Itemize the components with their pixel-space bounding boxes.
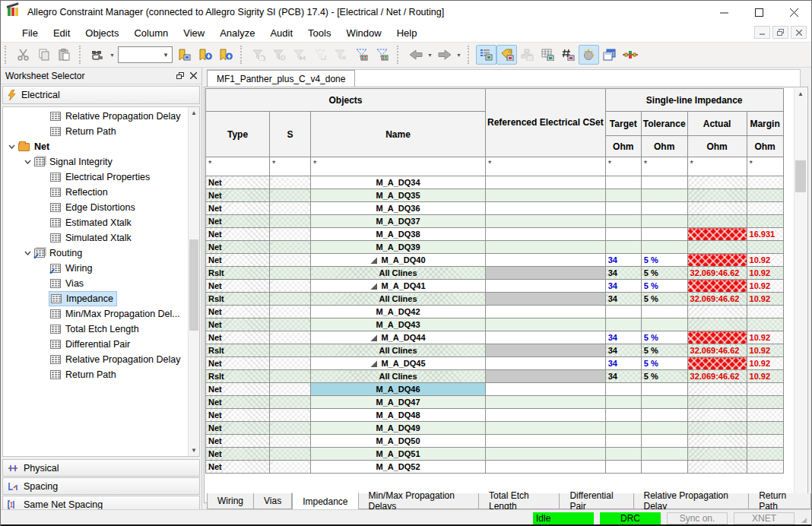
cell-name[interactable]: M_A_DQ37	[311, 215, 486, 228]
tree-item-electrical-properties[interactable]: Electrical Properties	[3, 170, 187, 185]
cell-actual[interactable]	[687, 396, 747, 409]
view-windows-button[interactable]	[599, 45, 620, 65]
cell-referenced-cset[interactable]	[486, 344, 606, 357]
nav-forward-button[interactable]	[434, 45, 455, 65]
cell-margin[interactable]	[747, 318, 783, 331]
cell-name[interactable]: M_A_DQ36	[311, 202, 486, 215]
filter-cell[interactable]: *	[486, 157, 606, 176]
toolbar-grip[interactable]	[240, 46, 244, 64]
cell-target[interactable]	[605, 318, 641, 331]
minimize-button[interactable]	[706, 1, 741, 24]
cell-target[interactable]	[605, 409, 641, 422]
cell-tolerance[interactable]	[641, 215, 687, 228]
cell-name[interactable]: M_A_DQ42	[311, 306, 486, 318]
cell-margin[interactable]: 10.92	[747, 344, 783, 357]
cell-target[interactable]: 34	[605, 370, 641, 383]
cell-actual[interactable]	[687, 306, 747, 318]
tab-wiring[interactable]: Wiring	[207, 493, 254, 509]
mdi-minimize-button[interactable]	[754, 26, 770, 39]
chevron-down-icon[interactable]: ▾	[160, 51, 172, 59]
find-button[interactable]	[87, 45, 108, 65]
filter-path-button[interactable]	[310, 45, 331, 65]
cell-actual[interactable]	[687, 280, 747, 293]
cell-target[interactable]	[605, 241, 641, 254]
cell-tolerance[interactable]	[641, 448, 687, 461]
tree-scrollbar-thumb[interactable]	[189, 239, 198, 331]
menu-analyze[interactable]: Analyze	[212, 25, 262, 41]
header-actual[interactable]: Actual	[687, 112, 747, 136]
filter-cell[interactable]: *	[687, 157, 747, 176]
menu-objects[interactable]: Objects	[78, 25, 126, 41]
cell-tolerance[interactable]	[641, 189, 687, 202]
cell-actual[interactable]: 32.069:46.62	[687, 344, 747, 357]
header-single-line-impedance[interactable]: Single-line Impedance	[605, 89, 783, 112]
tree-item-signal-integrity[interactable]: Signal Integrity	[3, 154, 187, 170]
cell-name[interactable]: M_A_DQ51	[311, 448, 486, 461]
filter-bowtie-button[interactable]	[290, 45, 310, 65]
cell-tolerance[interactable]	[641, 318, 687, 331]
cell-target[interactable]: 34	[605, 357, 641, 370]
cell-actual[interactable]	[687, 202, 747, 215]
cell-target[interactable]	[605, 461, 641, 474]
tab-vias[interactable]: Vias	[254, 493, 292, 509]
copy-button[interactable]	[33, 45, 54, 65]
cell-referenced-cset[interactable]	[486, 461, 606, 474]
xnet-button[interactable]	[620, 45, 640, 65]
header-target[interactable]: Target	[605, 112, 641, 136]
cell-target[interactable]	[605, 228, 641, 241]
cell-margin[interactable]	[747, 409, 783, 422]
chevron-down-icon[interactable]: ▼	[108, 45, 116, 65]
tree-item-relative-propagation-delay[interactable]: Relative Propagation Delay	[3, 109, 187, 124]
tree-scroll-up-icon[interactable]: ▲	[189, 107, 199, 119]
cell-referenced-cset[interactable]	[486, 215, 606, 228]
cell-tolerance[interactable]	[641, 396, 687, 409]
cell-tolerance[interactable]	[641, 383, 687, 396]
cell-margin[interactable]	[747, 306, 783, 318]
cell-actual[interactable]	[687, 241, 747, 254]
cell-actual[interactable]: 32.069:46.62	[687, 267, 747, 280]
cell-target[interactable]	[605, 306, 641, 318]
chevron-expanded-icon[interactable]	[6, 144, 17, 149]
cell-margin[interactable]	[747, 448, 783, 461]
filter-cell[interactable]: *	[206, 157, 270, 176]
cell-name[interactable]: M_A_DQ40	[311, 254, 486, 267]
cell-referenced-cset[interactable]	[486, 357, 606, 370]
cell-tolerance[interactable]	[641, 228, 687, 241]
nav-back-button[interactable]	[405, 45, 426, 65]
view-tag-button[interactable]	[496, 45, 517, 65]
toolbar-search-combobox[interactable]: ▾	[118, 46, 173, 63]
cell-name[interactable]: M_A_DQ35	[311, 189, 486, 202]
view-hash-button[interactable]	[558, 45, 579, 65]
toolbar-grip[interactable]	[5, 46, 8, 64]
cell-margin[interactable]: 10.92	[747, 254, 783, 267]
cell-referenced-cset[interactable]	[486, 318, 606, 331]
cell-tolerance[interactable]	[641, 202, 687, 215]
bookmark-view-button[interactable]	[174, 45, 195, 65]
cell-tolerance[interactable]: 5 %	[641, 254, 687, 267]
section-spacing[interactable]: Spacing	[2, 477, 200, 495]
chevron-expanded-icon[interactable]	[22, 160, 33, 164]
menu-file[interactable]: File	[14, 25, 46, 41]
status-xnet[interactable]: XNET	[734, 512, 795, 524]
cell-name[interactable]: All Clines	[311, 293, 486, 306]
menu-view[interactable]: View	[176, 25, 212, 41]
cell-margin[interactable]: 16.931	[747, 228, 783, 241]
cell-referenced-cset[interactable]	[486, 409, 606, 422]
cell-name[interactable]: M_A_DQ38	[311, 228, 486, 241]
cell-referenced-cset[interactable]	[486, 396, 606, 409]
cell-margin[interactable]: 10.92	[747, 331, 783, 344]
maximize-button[interactable]	[741, 1, 776, 24]
cell-name[interactable]: All Clines	[311, 370, 486, 383]
panel-float-icon[interactable]	[176, 72, 184, 80]
cell-name[interactable]: M_A_DQ46	[311, 383, 486, 396]
cell-name[interactable]: M_A_DQ47	[311, 396, 486, 409]
menu-edit[interactable]: Edit	[46, 25, 78, 41]
tree-item-wiring[interactable]: ✓Wiring	[3, 261, 187, 276]
cell-target[interactable]: 34	[605, 254, 641, 267]
cell-tolerance[interactable]: 5 %	[641, 267, 687, 280]
filter-table-button[interactable]	[351, 45, 372, 65]
chevron-expanded-icon[interactable]	[22, 251, 33, 255]
cell-target[interactable]	[605, 435, 641, 448]
cell-referenced-cset[interactable]	[486, 383, 606, 396]
cell-referenced-cset[interactable]	[486, 228, 606, 241]
